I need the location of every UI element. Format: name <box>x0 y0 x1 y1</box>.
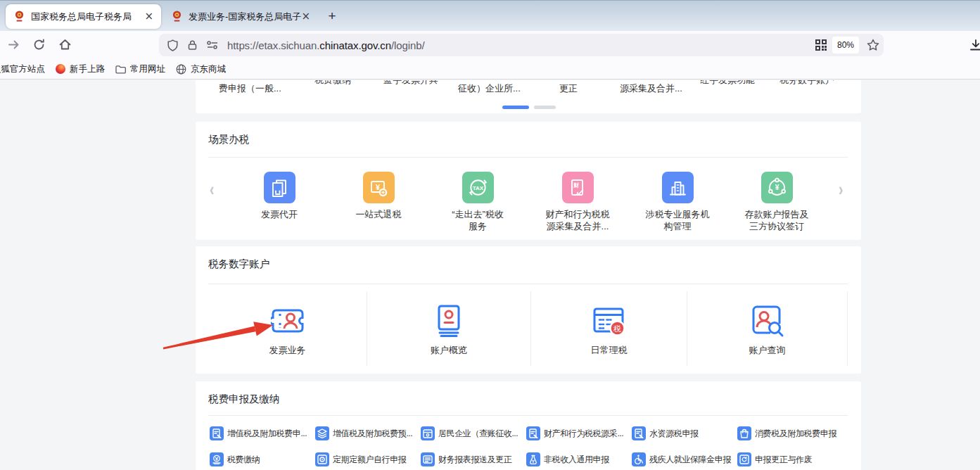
daily-tax-icon: 税 <box>531 304 687 338</box>
wheelchair-icon <box>632 452 646 466</box>
permissions-icon[interactable] <box>206 40 219 50</box>
doc-pen-icon <box>632 426 646 440</box>
tab-close-icon[interactable]: × <box>301 11 310 22</box>
tab-close-icon[interactable]: × <box>144 11 153 22</box>
doc-pen-icon <box>526 426 540 440</box>
bookmark-firefox-official[interactable]: 火狐官方站点 <box>0 63 45 75</box>
section-title: 税费申报及缴纳 <box>208 393 280 406</box>
account-item-overview[interactable]: 账户概览 <box>367 291 531 366</box>
top-menu-card: 费申报（一般... 税费缴纳 蓝字发票开具 征收）企业所... 更正 源采集及合… <box>196 80 861 113</box>
section-title: 场景办税 <box>208 133 249 146</box>
declare-item-resident-enterprise[interactable]: 居民企业（查账征收... <box>421 426 518 440</box>
scene-item-onestop-refund[interactable]: ¥ 一站式退税 <box>340 172 417 220</box>
scene-item-property-behavior-tax[interactable]: 财 财产和行为税税 源采集及合并... <box>539 172 616 232</box>
menu-item[interactable]: 蓝字发票开具 <box>383 80 438 87</box>
declare-item-vat-prepay[interactable]: 增值税及附加税费预... <box>315 426 412 440</box>
account-item-invoice-business[interactable]: 发票业务 <box>208 291 367 366</box>
doc-refresh-icon <box>737 452 751 466</box>
divider <box>208 284 848 284</box>
tab-active[interactable]: 国家税务总局电子税务局 × <box>6 4 161 29</box>
globe-icon <box>176 64 186 75</box>
downloads-icon[interactable] <box>969 39 980 52</box>
onestop-refund-icon: ¥ <box>363 172 395 203</box>
reload-icon[interactable] <box>32 38 46 51</box>
declare-item-tax-payment[interactable]: 税费缴纳 <box>210 452 260 466</box>
qr-code-icon[interactable] <box>815 39 827 51</box>
tab-title: 发票业务-国家税务总局电子发票 <box>189 11 301 23</box>
declare-item-water-resource[interactable]: 水资源税申报 <box>632 426 699 440</box>
layers-icon <box>315 426 329 440</box>
money-flask-icon <box>526 452 540 466</box>
scene-item-deposit-account-report[interactable]: ¥ 存款账户报告及 三方协议签订 <box>738 172 815 232</box>
tab-title: 国家税务总局电子税务局 <box>31 11 144 23</box>
invoice-business-icon <box>208 304 367 338</box>
scene-item-goglobal-tax[interactable]: TAX “走出去”税收 服务 <box>439 172 516 232</box>
declare-item-vat[interactable]: 增值税及附加税费申... <box>210 426 307 440</box>
tax-emblem-favicon <box>13 11 25 23</box>
bookmark-getting-started[interactable]: 新手上路 <box>56 63 105 75</box>
firefox-circle-icon <box>56 64 65 74</box>
bookmark-common-sites[interactable]: 常用网址 <box>115 63 165 75</box>
account-item-query[interactable]: 账户查询 <box>687 291 848 366</box>
carousel-dot[interactable] <box>534 106 556 109</box>
page-content: 费申报（一般... 税费缴纳 蓝字发票开具 征收）企业所... 更正 源采集及合… <box>0 80 980 470</box>
declare-item-nontax-income[interactable]: 非税收入通用申报 <box>526 452 609 466</box>
navigation-toolbar: https://etax.sichuan.chinatax.gov.cn/log… <box>0 31 980 59</box>
url-bar[interactable]: https://etax.sichuan.chinatax.gov.cn/log… <box>159 34 884 56</box>
folder-icon <box>115 65 126 74</box>
home-icon[interactable] <box>58 38 72 51</box>
doc-pen-icon <box>210 426 224 440</box>
shield-icon[interactable] <box>167 39 179 51</box>
tax-emblem-favicon <box>171 11 183 23</box>
scene-tax-section: 场景办税 ‹ › 发票代开 ¥ 一站式退税 TAX “走出去”税收 服务 财 <box>196 122 861 240</box>
shopping-bag-icon <box>737 426 751 440</box>
invoice-issue-icon <box>264 172 295 203</box>
declare-item-consumption-tax[interactable]: 消费税及附加税费申报 <box>737 426 836 440</box>
zoom-level-badge[interactable]: 80% <box>832 37 859 53</box>
new-tab-button[interactable]: + <box>324 8 340 24</box>
bookmark-star-icon[interactable] <box>867 39 879 51</box>
chevron-left-icon[interactable]: ‹ <box>210 179 214 201</box>
bookmarks-bar: 火狐官方站点 新手上路 常用网址 京东商城 <box>0 59 980 80</box>
menu-item[interactable]: 源采集及合并... <box>620 82 682 95</box>
scene-item-invoice-issue[interactable]: 发票代开 <box>241 172 318 220</box>
menu-item[interactable]: 税务数字账户 <box>779 80 834 87</box>
deposit-account-report-icon: ¥ <box>761 172 793 203</box>
scene-item-tax-service-agency[interactable]: 涉税专业服务机 构管理 <box>639 172 716 232</box>
menu-item[interactable]: 红字发票功能 <box>700 80 755 87</box>
declare-item-correction-void[interactable]: 申报更正与作废 <box>737 452 812 466</box>
account-overview-icon <box>367 304 530 338</box>
svg-text:¥: ¥ <box>376 182 381 191</box>
menu-item[interactable]: 征收）企业所... <box>458 82 521 95</box>
declare-item-fixed-quota[interactable]: 定期定额户自行申报 <box>315 452 406 466</box>
svg-text:税: 税 <box>613 324 621 333</box>
property-behavior-tax-icon: 财 <box>562 172 594 203</box>
tax-service-agency-icon <box>662 172 694 203</box>
report-table-icon <box>421 452 435 466</box>
menu-item[interactable]: 税费缴纳 <box>314 80 351 87</box>
bookmark-jd-mall[interactable]: 京东商城 <box>176 63 226 75</box>
lock-icon[interactable] <box>187 39 198 51</box>
declare-item-disability-fund[interactable]: 残疾人就业保障金申报 <box>632 452 731 466</box>
account-item-daily-tax[interactable]: 税 日常理税 <box>531 291 687 366</box>
coin-icon <box>210 452 224 466</box>
menu-item[interactable]: 费申报（一般... <box>219 82 281 95</box>
declare-item-property-behavior[interactable]: 财产和行为税税源采... <box>526 426 623 440</box>
tax-declare-pay-section: 税费申报及缴纳 增值税及附加税费申... 增值税及附加税费预... 居民企业（查… <box>196 381 861 470</box>
svg-text:TAX: TAX <box>472 185 483 191</box>
svg-text:¥: ¥ <box>775 184 779 191</box>
section-title: 税务数字账户 <box>208 258 269 271</box>
forward-icon[interactable] <box>7 38 20 51</box>
declare-item-financial-report[interactable]: 财务报表报送及更正 <box>421 452 511 466</box>
tab-bar: 国家税务总局电子税务局 × 发票业务-国家税务总局电子发票 × + <box>0 0 980 31</box>
window-icon <box>421 426 435 440</box>
divider <box>208 157 848 158</box>
tab-inactive[interactable]: 发票业务-国家税务总局电子发票 × <box>164 4 317 29</box>
carousel-dot-active[interactable] <box>502 106 529 109</box>
goglobal-tax-icon: TAX <box>462 172 494 203</box>
url-text[interactable]: https://etax.sichuan.chinatax.gov.cn/log… <box>227 39 425 51</box>
menu-item[interactable]: 更正 <box>559 82 578 95</box>
svg-text:财: 财 <box>573 182 580 189</box>
doc-circle-icon <box>315 452 329 466</box>
chevron-right-icon[interactable]: › <box>839 179 843 201</box>
